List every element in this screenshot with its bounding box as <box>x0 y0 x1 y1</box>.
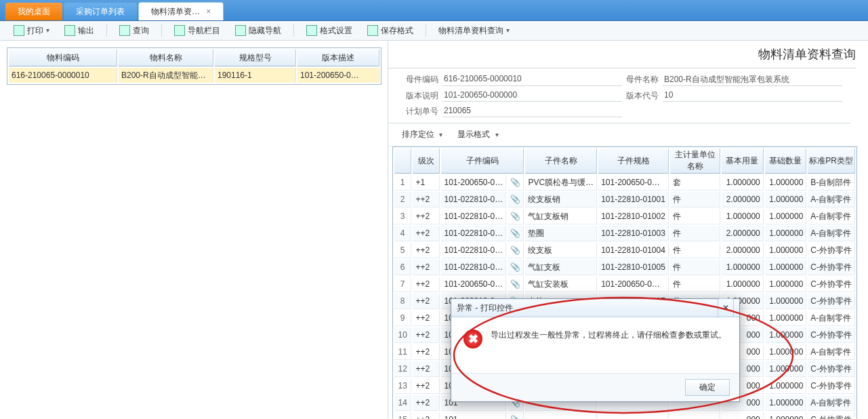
print-button[interactable]: 打印▾ <box>7 23 56 38</box>
cell-base: 000 <box>722 412 764 419</box>
lbl-ver-code: 版本代号 <box>622 90 663 102</box>
cell-level: ++2 <box>413 327 440 343</box>
cell-rownum: 1 <box>394 175 411 191</box>
tab-purchase-order[interactable]: 采购订单列表 <box>64 3 137 20</box>
cell-baseqty: 1.000000 <box>765 395 807 411</box>
cell-baseqty: 1.000000 <box>765 344 807 360</box>
cell-name: B200-R自动成型智能… <box>119 68 213 83</box>
table-row[interactable]: 616-210065-0000010 B200-R自动成型智能… 190116-… <box>9 68 379 83</box>
tab-desktop[interactable]: 我的桌面 <box>5 3 62 20</box>
separator <box>161 24 162 37</box>
cell-baseqty: 1.000000 <box>765 243 807 258</box>
hide-icon <box>235 25 246 36</box>
cell-code: 101-200650-0… <box>441 277 506 292</box>
col-base[interactable]: 基本用量 <box>722 148 764 174</box>
col-material-code[interactable]: 物料编码 <box>9 49 117 66</box>
lbl-parent-code: 母件编码 <box>402 74 442 86</box>
format-button[interactable]: 格式设置 <box>299 23 359 38</box>
cell-rownum: 15 <box>394 412 411 419</box>
chevron-down-icon: ▾ <box>495 131 499 138</box>
table-row[interactable]: 7++2101-200650-0…📎气缸安装板101-200650-0…件1.0… <box>394 277 855 292</box>
cell-spec: 101-22810-01003 <box>598 226 669 241</box>
tab-bom-label: 物料清单资… <box>151 7 200 16</box>
cell-baseqty: 1.000000 <box>765 209 807 224</box>
attachment-icon[interactable]: 📎 <box>508 192 524 207</box>
cell-spec: 101-22810-01002 <box>598 209 669 224</box>
cell-rownum: 7 <box>394 277 411 292</box>
cell-level: ++2 <box>413 412 440 419</box>
attachment-icon[interactable]: 📎 <box>508 412 524 419</box>
bomquery-button[interactable]: 物料清单资料查询▾ <box>432 23 516 38</box>
table-row[interactable]: 15++2101📎0001.000000C-外协零件 <box>394 412 855 419</box>
search-icon <box>119 25 130 36</box>
sort-button[interactable]: 排序定位 ▾ <box>396 127 448 142</box>
col-level[interactable]: 级次 <box>413 148 440 174</box>
toolbar: 打印▾ 输出 查询 导航栏目 隐藏导航 格式设置 保存格式 物料清单资料查询▾ <box>0 21 868 41</box>
table-row[interactable]: 1+1101-200650-0…📎PVC膜松卷与缓…101-200650-0…套… <box>394 175 855 191</box>
cell-baseqty: 1.000000 <box>765 175 807 191</box>
table-row[interactable]: 6++2101-022810-0…📎气缸支板101-22810-01005件1.… <box>394 260 855 275</box>
cell-prtype: A-自制零件 <box>808 311 855 326</box>
grid-toolbar: 排序定位 ▾ 显示格式 ▾ <box>388 123 859 146</box>
table-row[interactable]: 2++2101-022810-0…📎绞支板销101-22810-01001件2.… <box>394 192 855 207</box>
navcol-button[interactable]: 导航栏目 <box>167 23 227 38</box>
cell-base: 1.000000 <box>722 175 764 191</box>
cell-rownum: 5 <box>394 243 411 258</box>
attachment-icon[interactable]: 📎 <box>508 243 524 258</box>
table-row[interactable]: 3++2101-022810-0…📎气缸支板销101-22810-01002件1… <box>394 209 855 224</box>
cell-uom: 件 <box>670 209 720 224</box>
attachment-icon[interactable]: 📎 <box>508 260 524 275</box>
cell-uom: 件 <box>670 226 720 241</box>
tab-bar: 我的桌面 采购订单列表 物料清单资… × <box>0 0 868 21</box>
cell-spec: 101-22810-01005 <box>598 260 669 275</box>
cell-base: 1.000000 <box>722 209 764 224</box>
header-form: 母件编码 616-210065-0000010 母件名称 B200-R自动成型智… <box>388 68 850 123</box>
tab-close-icon[interactable]: × <box>206 7 211 16</box>
output-button[interactable]: 输出 <box>58 23 101 38</box>
col-spec[interactable]: 规格型号 <box>215 49 296 66</box>
val-ver-desc: 101-200650-000000 <box>442 90 622 102</box>
cell-name: 绞支板销 <box>525 192 597 207</box>
cell-prtype: C-外协零件 <box>808 412 855 419</box>
cell-prtype: A-自制零件 <box>808 226 855 241</box>
cell-level: ++2 <box>413 192 440 207</box>
table-row[interactable]: 4++2101-022810-0…📎垫圈101-22810-01003件2.00… <box>394 226 855 241</box>
cell-uom <box>670 412 720 419</box>
cell-rownum: 8 <box>394 294 411 309</box>
col-child-spec[interactable]: 子件规格 <box>598 148 669 174</box>
col-ver-desc[interactable]: 版本描述 <box>297 49 379 66</box>
tab-bom-query[interactable]: 物料清单资… × <box>138 2 224 20</box>
attachment-icon[interactable]: 📎 <box>508 175 524 191</box>
saveformat-button[interactable]: 保存格式 <box>360 23 420 38</box>
dialog-ok-button[interactable]: 确定 <box>685 379 730 396</box>
attachment-icon[interactable]: 📎 <box>508 209 524 224</box>
cell-rownum: 6 <box>394 260 411 275</box>
col-prtype[interactable]: 标准PR类型 <box>808 148 855 174</box>
dialog-titlebar[interactable]: 异常 - 打印控件 ✕ <box>451 299 739 317</box>
cell-code: 101-200650-0… <box>441 175 506 191</box>
hidenav-button[interactable]: 隐藏导航 <box>228 23 288 38</box>
separator <box>106 24 107 37</box>
dialog-close-button[interactable]: ✕ <box>718 298 734 317</box>
col-child-code[interactable]: 子件编码 <box>441 148 524 174</box>
cell-baseqty: 1.000000 <box>765 378 807 394</box>
cell-ver: 101-200650-0… <box>297 68 379 83</box>
left-pane: 物料编码 物料名称 规格型号 版本描述 616-210065-0000010 B… <box>0 41 388 419</box>
attachment-icon[interactable]: 📎 <box>508 277 524 292</box>
table-row[interactable]: 5++2101-022810-0…📎绞支板101-22810-01004件2.0… <box>394 243 855 258</box>
cell-prtype: A-自制零件 <box>808 192 855 207</box>
cell-spec: 101-22810-01001 <box>598 192 669 207</box>
col-material-name[interactable]: 物料名称 <box>119 49 213 66</box>
cell-level: ++2 <box>413 361 440 377</box>
query-button[interactable]: 查询 <box>112 23 156 38</box>
col-rownum[interactable] <box>394 148 411 174</box>
cell-level: ++2 <box>413 311 440 326</box>
col-uom[interactable]: 主计量单位名称 <box>670 148 720 174</box>
col-child-name[interactable]: 子件名称 <box>525 148 597 174</box>
cell-name: 垫圈 <box>525 226 597 241</box>
attachment-icon[interactable]: 📎 <box>508 226 524 241</box>
display-format-button[interactable]: 显示格式 ▾ <box>452 127 503 142</box>
cell-code: 616-210065-0000010 <box>9 68 117 83</box>
cell-base: 2.000000 <box>722 192 764 207</box>
col-baseqty[interactable]: 基础数量 <box>765 148 807 174</box>
